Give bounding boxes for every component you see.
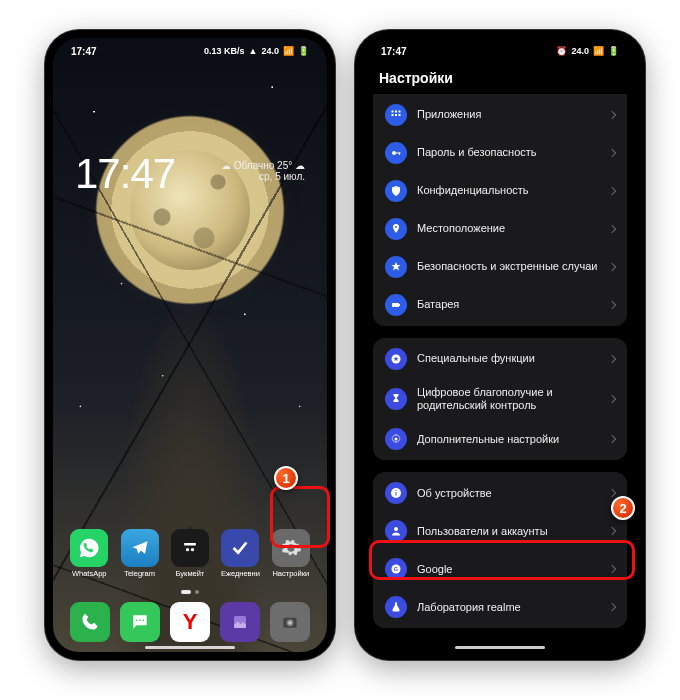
chevron-right-icon: [608, 355, 616, 363]
settings-group-2: Специальные функцииЦифровое благополучие…: [373, 338, 627, 460]
digi-icon: [385, 388, 407, 410]
dock-sms[interactable]: [115, 602, 165, 642]
battery-icon: 🔋: [298, 47, 309, 56]
users-icon: [385, 520, 407, 542]
settings-row-label: Батарея: [417, 298, 599, 311]
dock-yandex[interactable]: Y: [165, 602, 215, 642]
settings-row-label: Приложения: [417, 108, 599, 121]
settings-row-label: Безопасность и экстренные случаи: [417, 260, 599, 273]
weather-text: Облачно 25°: [234, 160, 292, 171]
chevron-right-icon: [608, 527, 616, 535]
settings-row-emerg[interactable]: Безопасность и экстренные случаи: [373, 248, 627, 286]
chevron-right-icon: [608, 435, 616, 443]
settings-row-label: Google: [417, 563, 599, 576]
clock-widget[interactable]: 17:47: [75, 150, 175, 198]
chevron-right-icon: [608, 489, 616, 497]
weather-widget[interactable]: ☁ Облачно 25° ☁ ср, 5 июл.: [221, 160, 305, 182]
svg-rect-20: [392, 303, 399, 307]
chevron-right-icon: [608, 149, 616, 157]
phone-home: 17:47 0.13 KB/s ▲ 24.0 📶 🔋 17:47 ☁ Облач…: [45, 30, 335, 660]
gesture-bar[interactable]: [455, 646, 545, 649]
clock-time: 17:47: [75, 150, 175, 198]
yandex-icon: Y: [170, 602, 210, 642]
app-telegram[interactable]: Telegram: [115, 529, 163, 578]
status-time: 17:47: [71, 46, 97, 57]
svg-point-9: [288, 621, 291, 624]
settings-row-passsec[interactable]: Пароль и безопасность: [373, 134, 627, 172]
phone-icon: [70, 602, 110, 642]
settings-row-location[interactable]: Местоположение: [373, 210, 627, 248]
passsec-icon: [385, 142, 407, 164]
svg-rect-14: [395, 114, 397, 116]
chevron-right-icon: [608, 395, 616, 403]
settings-row-label: Пользователи и аккаунты: [417, 525, 599, 538]
svg-rect-13: [392, 114, 394, 116]
status-bar: 17:47 ⏰ 24.0 📶 🔋: [363, 38, 637, 64]
app-whatsapp[interactable]: WhatsApp: [65, 529, 113, 578]
home-screen: 17:47 0.13 KB/s ▲ 24.0 📶 🔋 17:47 ☁ Облач…: [53, 38, 327, 652]
settings-row-battery[interactable]: Батарея: [373, 286, 627, 324]
svg-point-26: [395, 490, 396, 491]
apps-icon: [385, 104, 407, 126]
about-icon: [385, 482, 407, 504]
chevron-right-icon: [608, 187, 616, 195]
settings-row-label: Дополнительные настройки: [417, 433, 599, 446]
svg-point-16: [392, 151, 396, 155]
settings-row-apps[interactable]: Приложения: [373, 96, 627, 134]
svg-rect-25: [396, 492, 397, 496]
settings-row-addl[interactable]: Дополнительные настройки: [373, 420, 627, 458]
app-bukmeit[interactable]: Букмейт: [166, 529, 214, 578]
battery-icon: 🔋: [608, 47, 619, 56]
settings-row-label: Пароль и безопасность: [417, 146, 599, 159]
settings-row-digi[interactable]: Цифровое благополучие и родительский кон…: [373, 378, 627, 420]
special-icon: [385, 348, 407, 370]
callout-badge-1: 1: [274, 466, 298, 490]
chevron-right-icon: [608, 225, 616, 233]
app-settings[interactable]: Настройки: [267, 529, 315, 578]
svg-rect-18: [399, 153, 400, 156]
settings-row-google[interactable]: GGoogle: [373, 550, 627, 588]
svg-point-4: [139, 620, 141, 622]
message-icon: [120, 602, 160, 642]
settings-row-label: Специальные функции: [417, 352, 599, 365]
svg-rect-10: [392, 111, 394, 113]
settings-row-special[interactable]: Специальные функции: [373, 340, 627, 378]
whatsapp-icon: [70, 529, 108, 567]
net-speed: 0.13 KB/s: [204, 47, 245, 56]
emerg-icon: [385, 256, 407, 278]
dock-camera[interactable]: [265, 602, 315, 642]
svg-rect-11: [395, 111, 397, 113]
chevron-right-icon: [608, 301, 616, 309]
svg-point-27: [394, 527, 398, 531]
dock-gallery[interactable]: [215, 602, 265, 642]
gesture-bar[interactable]: [145, 646, 235, 649]
callout-badge-2: 2: [611, 496, 635, 520]
battery-icon: [385, 294, 407, 316]
svg-point-3: [136, 620, 138, 622]
svg-text:G: G: [394, 566, 398, 572]
settings-row-lab[interactable]: Лаборатория realme: [373, 588, 627, 626]
chevron-right-icon: [608, 263, 616, 271]
svg-point-23: [395, 438, 398, 441]
chevron-right-icon: [608, 111, 616, 119]
settings-row-label: Местоположение: [417, 222, 599, 235]
dock-phone[interactable]: [65, 602, 115, 642]
settings-screen: 17:47 ⏰ 24.0 📶 🔋 Настройки ПриложенияПар…: [363, 38, 637, 652]
camera-icon: [270, 602, 310, 642]
settings-row-about[interactable]: Об устройстве: [373, 474, 627, 512]
svg-point-19: [395, 226, 397, 228]
settings-row-privacy[interactable]: Конфиденциальность: [373, 172, 627, 210]
svg-rect-15: [399, 114, 401, 116]
svg-point-2: [191, 548, 194, 551]
bukmeit-icon: [171, 529, 209, 567]
page-title: Настройки: [379, 70, 453, 86]
settings-list[interactable]: ПриложенияПароль и безопасностьКонфиденц…: [363, 98, 637, 644]
settings-row-label: Об устройстве: [417, 487, 599, 500]
location-icon: [385, 218, 407, 240]
app-daily[interactable]: Ежедневни: [216, 529, 264, 578]
svg-rect-21: [399, 304, 400, 306]
lab-icon: [385, 596, 407, 618]
svg-point-1: [186, 548, 189, 551]
settings-row-users[interactable]: Пользователи и аккаунты: [373, 512, 627, 550]
status-bar: 17:47 0.13 KB/s ▲ 24.0 📶 🔋: [53, 38, 327, 64]
